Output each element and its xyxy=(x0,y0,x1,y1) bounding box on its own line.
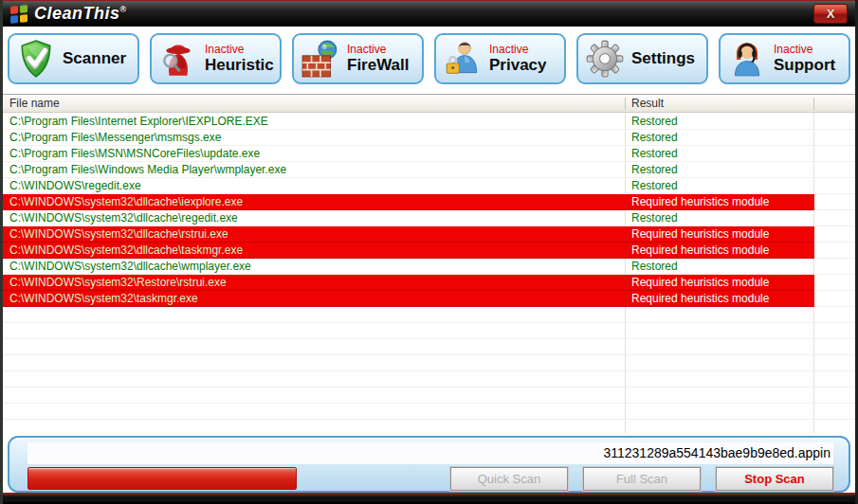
inactive-status: Inactive xyxy=(205,43,274,56)
toolbar-button-firewall[interactable]: InactiveFireWall xyxy=(292,33,424,84)
toolbar-button-heuristic[interactable]: InactiveHeuristic xyxy=(150,33,282,84)
toolbar-button-label: FireWall xyxy=(347,56,410,75)
quick-scan-button: Quick Scan xyxy=(450,467,568,491)
toolbar-button-label: Support xyxy=(774,56,835,75)
toolbar-button-label: Scanner xyxy=(63,49,126,68)
scan-buttons: Quick ScanFull ScanStop Scan xyxy=(450,467,833,491)
table-row[interactable]: C:\WINDOWS\system32\dllcache\iexplore.ex… xyxy=(3,194,855,210)
table-row[interactable]: C:\WINDOWS\system32\Restore\rstrui.exeRe… xyxy=(3,275,855,291)
table-row[interactable]: C:\WINDOWS\system32\dllcache\rstrui.exeR… xyxy=(3,226,855,243)
result-cell: Required heuristics module xyxy=(631,291,769,306)
empty-table-row xyxy=(3,387,855,404)
file-name-cell: C:\WINDOWS\system32\dllcache\rstrui.exe xyxy=(9,226,228,242)
toolbar-button-label: Settings xyxy=(631,49,695,68)
spy-magnifier-icon xyxy=(158,39,198,79)
result-cell: Required heuristics module xyxy=(631,226,769,242)
table-row[interactable]: C:\Program Files\MSN\MSNCoreFiles\update… xyxy=(3,146,855,162)
window-bottom-frame xyxy=(3,493,855,504)
table-rows: C:\Program Files\Internet Explorer\IEXPL… xyxy=(3,114,855,433)
table-row[interactable]: C:\Program Files\Internet Explorer\IEXPL… xyxy=(3,114,855,130)
file-name-cell: C:\WINDOWS\system32\taskmgr.exe xyxy=(9,291,198,306)
empty-table-row xyxy=(3,307,855,323)
file-name-cell: C:\WINDOWS\system32\dllcache\iexplore.ex… xyxy=(9,194,243,209)
empty-table-row xyxy=(3,420,855,433)
file-name-cell: C:\Program Files\MSN\MSNCoreFiles\update… xyxy=(9,146,260,161)
header-tick xyxy=(813,98,814,110)
column-header-result[interactable]: Result xyxy=(631,97,664,110)
empty-table-row xyxy=(3,371,855,387)
table-row[interactable]: C:\Program Files\Messenger\msmsgs.exeRes… xyxy=(3,130,855,146)
toolbar-button-label: Heuristic xyxy=(205,56,274,75)
file-name-cell: C:\WINDOWS\system32\dllcache\regedit.exe xyxy=(9,210,238,225)
table-row[interactable]: C:\WINDOWS\system32\dllcache\taskmgr.exe… xyxy=(3,243,855,259)
stop-scan-button[interactable]: Stop Scan xyxy=(716,467,833,491)
file-name-cell: C:\WINDOWS\system32\dllcache\wmplayer.ex… xyxy=(9,259,251,274)
table-row[interactable]: C:\WINDOWS\regedit.exeRestored xyxy=(3,178,855,194)
footer-panel: 311231289a554143bae9b9e8ed.appin Quick S… xyxy=(8,436,850,493)
table-row[interactable]: C:\Program Files\Windows Media Player\wm… xyxy=(3,162,855,178)
file-name-cell: C:\Program Files\Messenger\msmsgs.exe xyxy=(9,130,221,145)
user-lock-icon xyxy=(443,39,483,79)
file-name-cell: C:\WINDOWS\regedit.exe xyxy=(9,178,141,193)
header-tick xyxy=(625,98,626,110)
result-cell: Restored xyxy=(631,130,678,145)
result-cell: Restored xyxy=(631,114,678,129)
registered-mark: ® xyxy=(120,5,127,14)
file-name-cell: C:\Program Files\Windows Media Player\wm… xyxy=(9,162,286,177)
column-header-filename[interactable]: File name xyxy=(9,97,60,110)
toolbar-button-scanner[interactable]: Scanner xyxy=(8,33,139,84)
file-name-cell: C:\Program Files\Internet Explorer\IEXPL… xyxy=(9,114,268,129)
empty-table-row xyxy=(3,339,855,355)
result-cell: Restored xyxy=(631,178,678,193)
toolbar-button-label: Privacy xyxy=(489,56,547,75)
inactive-status: Inactive xyxy=(489,43,547,56)
app-title: CleanThis® xyxy=(34,4,127,24)
toolbar-button-settings[interactable]: Settings xyxy=(576,33,708,84)
toolbar-button-support[interactable]: InactiveSupport xyxy=(719,33,850,84)
result-cell: Restored xyxy=(631,210,678,225)
result-cell: Restored xyxy=(631,162,678,177)
scan-progress-fill xyxy=(27,467,297,490)
current-scan-file: 311231289a554143bae9b9e8ed.appin xyxy=(27,442,833,464)
result-cell: Restored xyxy=(631,146,678,161)
result-cell: Required heuristics module xyxy=(631,243,769,258)
windows-flag-icon xyxy=(9,5,28,24)
empty-table-row xyxy=(3,323,855,339)
empty-table-row xyxy=(3,355,855,371)
result-cell: Restored xyxy=(631,259,678,274)
titlebar: CleanThis® X xyxy=(3,0,855,27)
scan-progress-bar xyxy=(27,467,297,490)
footer-area: 311231289a554143bae9b9e8ed.appin Quick S… xyxy=(3,433,855,493)
table-header: File name Result xyxy=(3,95,855,113)
gear-icon xyxy=(585,39,625,79)
table-row[interactable]: C:\WINDOWS\system32\dllcache\regedit.exe… xyxy=(3,210,855,226)
toolbar-button-privacy[interactable]: InactivePrivacy xyxy=(434,33,566,84)
support-agent-icon xyxy=(727,39,767,79)
table-row[interactable]: C:\WINDOWS\system32\taskmgr.exeRequired … xyxy=(3,291,855,307)
file-name-cell: C:\WINDOWS\system32\dllcache\taskmgr.exe xyxy=(9,243,243,258)
full-scan-button: Full Scan xyxy=(583,467,701,491)
inactive-status: Inactive xyxy=(774,43,835,56)
file-table: File name Result C:\Program Files\Intern… xyxy=(3,94,855,433)
toolbar: Scanner InactiveHeuristic InactiveFireWa… xyxy=(3,27,855,94)
shield-check-icon xyxy=(16,39,56,79)
inactive-status: Inactive xyxy=(347,43,410,56)
file-name-cell: C:\WINDOWS\system32\Restore\rstrui.exe xyxy=(9,275,227,290)
result-cell: Required heuristics module xyxy=(631,194,769,209)
result-cell: Required heuristics module xyxy=(631,275,769,290)
brick-wall-globe-icon xyxy=(301,39,340,79)
close-button[interactable]: X xyxy=(813,4,848,24)
table-row[interactable]: C:\WINDOWS\system32\dllcache\wmplayer.ex… xyxy=(3,259,855,275)
empty-table-row xyxy=(3,404,855,420)
cleanthis-window: CleanThis® X Scanner InactiveHeuristic I… xyxy=(0,0,858,504)
